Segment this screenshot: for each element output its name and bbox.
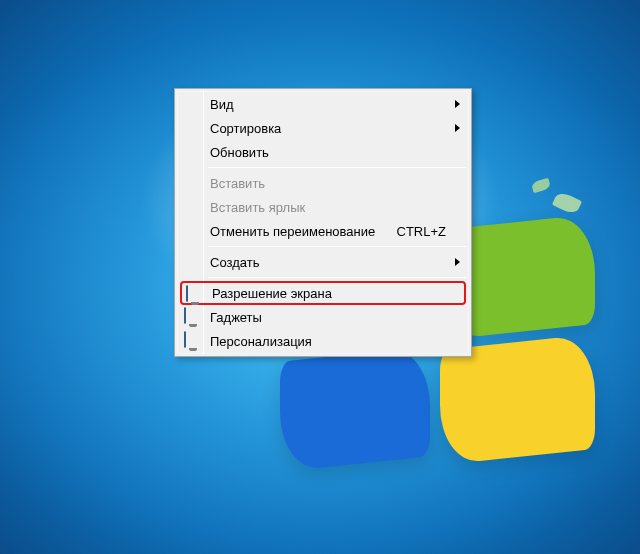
menu-item-label: Создать (210, 255, 446, 270)
menu-item-label: Вставить ярлык (210, 200, 446, 215)
menu-item-label: Разрешение экрана (212, 286, 332, 301)
menu-item-personalize[interactable]: Персонализация (178, 329, 468, 353)
submenu-arrow-icon (455, 258, 460, 266)
menu-item-label: Гаджеты (210, 310, 446, 325)
monitor-icon (184, 332, 202, 350)
menu-item-label: Вид (210, 97, 446, 112)
desktop-context-menu: Вид Сортировка Обновить Вставить Вставит… (174, 88, 472, 357)
submenu-arrow-icon (455, 100, 460, 108)
menu-item-new[interactable]: Создать (178, 250, 468, 274)
menu-item-label: Вставить (210, 176, 446, 191)
submenu-arrow-icon (455, 124, 460, 132)
menu-item-refresh[interactable]: Обновить (178, 140, 468, 164)
menu-item-gadgets[interactable]: Гаджеты (178, 305, 468, 329)
menu-item-shortcut: CTRL+Z (397, 224, 446, 239)
menu-item-paste: Вставить (178, 171, 468, 195)
menu-item-label: Сортировка (210, 121, 446, 136)
menu-separator (208, 167, 466, 168)
menu-item-label: Персонализация (210, 334, 446, 349)
monitor-icon (186, 286, 204, 304)
menu-separator (208, 246, 466, 247)
menu-item-paste-shortcut: Вставить ярлык (178, 195, 468, 219)
menu-item-view[interactable]: Вид (178, 92, 468, 116)
menu-item-screen-resolution[interactable]: Разрешение экрана (180, 281, 466, 305)
menu-item-label: Отменить переименование (210, 224, 377, 239)
menu-item-undo-rename[interactable]: Отменить переименование CTRL+Z (178, 219, 468, 243)
menu-item-label: Обновить (210, 145, 446, 160)
menu-separator (208, 277, 466, 278)
menu-item-sort[interactable]: Сортировка (178, 116, 468, 140)
monitor-icon (184, 308, 202, 326)
